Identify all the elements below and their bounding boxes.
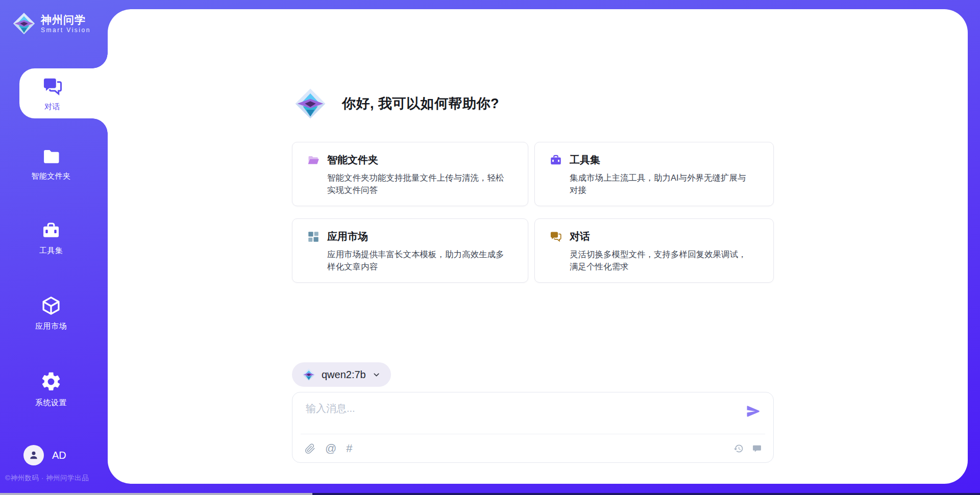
card-smart-folder[interactable]: 智能文件夹 智能文件夹功能支持批量文件上传与清洗，轻松实现文件问答 — [292, 142, 528, 206]
sidebar-item-label: 对话 — [44, 102, 60, 112]
avatar — [23, 445, 44, 465]
scrollbar-thumb[interactable] — [0, 493, 312, 495]
brand-name: 神州问学 — [41, 13, 91, 26]
feature-cards: 智能文件夹 智能文件夹功能支持批量文件上传与清洗，轻松实现文件问答 工具集 集成… — [292, 142, 774, 283]
message-composer: @ # — [292, 392, 774, 463]
card-header: 应用市场 — [307, 230, 518, 243]
folder-icon — [41, 147, 61, 166]
sidebar-item-settings[interactable]: 系统设置 — [0, 370, 102, 408]
sidebar-item-label: 应用市场 — [35, 321, 67, 331]
app-root: 神州问学 Smart Vision 对话 智能文件夹 工具集 应用市场 系统设置 — [0, 0, 980, 495]
gear-icon — [40, 370, 62, 393]
composer-toolbar: @ # — [305, 434, 762, 463]
sidebar-item-label: 智能文件夹 — [31, 171, 71, 181]
card-header: 工具集 — [549, 153, 763, 167]
brand: 神州问学 Smart Vision — [12, 10, 91, 37]
card-title: 对话 — [570, 230, 590, 243]
user-name: AD — [52, 450, 66, 461]
composer-tools-left: @ # — [305, 443, 353, 454]
toolbox-icon — [41, 220, 61, 241]
grid-icon — [307, 230, 320, 243]
sidebar-item-label: 工具集 — [39, 246, 63, 256]
model-selector[interactable]: qwen2:7b — [292, 362, 391, 387]
card-description: 灵活切换多模型文件，支持多样回复效果调试，满足个性化需求 — [570, 248, 750, 273]
card-header: 对话 — [549, 230, 763, 243]
card-title: 应用市场 — [327, 230, 368, 243]
chevron-down-icon — [372, 370, 381, 379]
folder-open-icon — [307, 154, 320, 167]
sidebar-item-app-market[interactable]: 应用市场 — [0, 295, 102, 331]
send-button[interactable] — [746, 404, 761, 419]
main-surface: 你好, 我可以如何帮助你? 智能文件夹 智能文件夹功能支持批量文件上传与清洗，轻… — [108, 9, 968, 484]
diamond-logo-icon — [294, 82, 327, 126]
brand-logo-icon — [12, 10, 36, 37]
card-description: 集成市场上主流工具，助力AI与外界无缝扩展与对接 — [570, 171, 750, 196]
user-chip[interactable]: AD — [23, 445, 66, 465]
greeting-block: 你好, 我可以如何帮助你? — [294, 82, 499, 126]
sidebar-footer: ©神州数码 · 神州问学出品 — [5, 474, 107, 483]
topic-icon[interactable]: # — [346, 443, 352, 454]
person-icon — [28, 450, 39, 461]
chat-icon — [41, 76, 64, 98]
card-description: 应用市场提供丰富长文本模板，助力高效生成多样化文章内容 — [327, 248, 508, 273]
sidebar-item-smart-folder[interactable]: 智能文件夹 — [0, 147, 102, 181]
history-icon[interactable] — [733, 443, 744, 454]
mention-icon[interactable]: @ — [325, 443, 336, 454]
sidebar-item-label: 系统设置 — [35, 398, 67, 408]
sidebar-item-toolset[interactable]: 工具集 — [0, 220, 102, 256]
sidebar-item-chat[interactable]: 对话 — [19, 68, 108, 118]
card-title: 智能文件夹 — [327, 153, 378, 167]
card-toolset[interactable]: 工具集 集成市场上主流工具，助力AI与外界无缝扩展与对接 — [534, 142, 774, 206]
attach-icon[interactable] — [305, 443, 315, 454]
sidebar: 神州问学 Smart Vision 对话 智能文件夹 工具集 应用市场 系统设置 — [0, 0, 108, 495]
toolbox-icon — [549, 154, 562, 167]
greeting-title: 你好, 我可以如何帮助你? — [342, 94, 499, 113]
message-input[interactable] — [305, 401, 725, 431]
card-title: 工具集 — [570, 153, 600, 167]
composer-tools-right — [733, 443, 762, 454]
diamond-logo-icon — [302, 367, 315, 382]
brand-subtitle: Smart Vision — [41, 27, 91, 34]
cube-icon — [40, 295, 62, 316]
card-chat[interactable]: 对话 灵活切换多模型文件，支持多样回复效果调试，满足个性化需求 — [534, 218, 774, 283]
horizontal-scrollbar — [0, 493, 980, 495]
card-app-market[interactable]: 应用市场 应用市场提供丰富长文本模板，助力高效生成多样化文章内容 — [292, 218, 528, 283]
send-icon — [746, 404, 761, 419]
chat-icon — [549, 230, 562, 243]
card-header: 智能文件夹 — [307, 153, 518, 167]
brand-text: 神州问学 Smart Vision — [41, 13, 91, 33]
card-description: 智能文件夹功能支持批量文件上传与清洗，轻松实现文件问答 — [327, 171, 508, 196]
chat-bubble-icon[interactable] — [752, 443, 762, 454]
model-name: qwen2:7b — [322, 369, 366, 381]
